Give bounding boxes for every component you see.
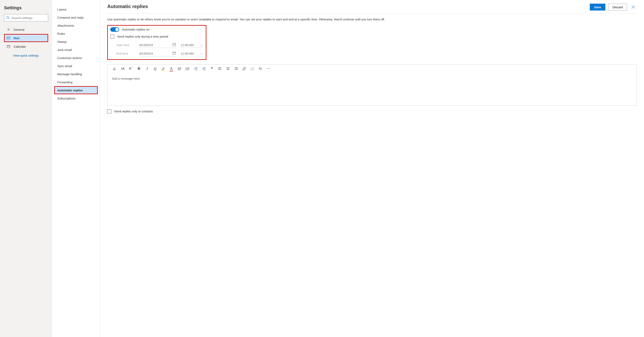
category-label: Calendar [14, 45, 26, 48]
svg-text:3: 3 [186, 69, 186, 70]
end-time-label: End time [116, 52, 134, 55]
header-actions: Save Discard [590, 4, 637, 10]
align-center-icon[interactable] [226, 67, 230, 70]
period-checkbox[interactable] [110, 34, 114, 39]
subnav-rules[interactable]: Rules [54, 29, 98, 38]
start-date-field[interactable]: 6/13/2019 [140, 42, 176, 48]
contacts-checkbox-label: Send replies only to contacts [114, 110, 153, 113]
font-color-icon[interactable]: A [169, 67, 174, 71]
time-period-block: Automatic replies on Send replies only d… [107, 25, 206, 60]
settings-sidebar: Settings General Mail [0, 0, 52, 337]
align-left-icon[interactable] [218, 67, 222, 70]
subnav-layout[interactable]: Layout [54, 5, 98, 13]
mail-subnav: Layout Compose and reply Attachments Rul… [52, 0, 100, 337]
svg-rect-10 [173, 43, 176, 46]
message-editor: AA A◇ B I U A 123 [107, 64, 637, 106]
subnav-junk-email[interactable]: Junk email [54, 46, 98, 54]
editor-toolbar: AA A◇ B I U A 123 [108, 64, 636, 73]
bold-icon[interactable]: B [137, 67, 141, 71]
search-icon [6, 16, 12, 20]
bullet-list-icon[interactable] [178, 67, 182, 70]
italic-icon[interactable]: I [145, 67, 149, 71]
save-button[interactable]: Save [590, 4, 605, 10]
svg-rect-14 [173, 52, 176, 54]
indent-icon[interactable] [202, 67, 206, 70]
start-time-row: Start time 6/13/2019 11:00 AM ⌄ [116, 42, 203, 48]
description-text: Use automatic replies to let others know… [107, 17, 637, 22]
category-calendar[interactable]: Calendar [4, 42, 48, 50]
subnav-sweep[interactable]: Sweep [54, 38, 98, 46]
settings-title: Settings [4, 5, 48, 10]
category-mail[interactable]: Mail [4, 34, 48, 42]
quote-icon[interactable]: ” [210, 66, 214, 71]
period-checkbox-label: Send replies only during a time period [117, 35, 168, 38]
subnav-forwarding[interactable]: Forwarding [54, 78, 98, 86]
main-panel: Automatic replies Save Discard Use autom… [100, 0, 644, 337]
svg-rect-18 [113, 68, 115, 70]
mail-icon [6, 37, 11, 39]
auto-replies-toggle-row: Automatic replies on [110, 27, 203, 32]
chevron-down-icon: ⌄ [200, 52, 203, 55]
subnav-attachments[interactable]: Attachments [54, 21, 98, 29]
numbered-list-icon[interactable]: 123 [186, 67, 190, 70]
svg-rect-4 [7, 45, 10, 48]
search-settings[interactable] [4, 14, 48, 21]
unlink-icon[interactable]: × [250, 67, 254, 71]
font-style-icon[interactable]: A◇ [129, 67, 133, 71]
auto-replies-toggle[interactable] [110, 27, 119, 32]
editor-body[interactable]: Add a message here [108, 73, 636, 105]
subnav-message-handling[interactable]: Message handling [54, 70, 98, 78]
chevron-down-icon: ⌄ [200, 43, 203, 46]
format-painter-icon[interactable] [113, 67, 117, 70]
subnav-sync-email[interactable]: Sync email [54, 62, 98, 70]
subnav-automatic-replies[interactable]: Automatic replies [54, 86, 98, 94]
category-general[interactable]: General [4, 25, 48, 33]
subnav-customize-actions[interactable]: Customize actions [54, 54, 98, 62]
gear-icon [6, 28, 11, 31]
highlight-icon[interactable] [161, 67, 165, 70]
svg-point-2 [8, 29, 9, 30]
align-right-icon[interactable] [234, 67, 238, 70]
end-time-row: End time 6/14/2019 11:00 AM ⌄ [116, 51, 203, 56]
main-header: Automatic replies Save Discard [107, 4, 637, 13]
page-title: Automatic replies [107, 4, 148, 9]
end-date-value: 6/14/2019 [140, 52, 153, 55]
svg-point-22 [178, 68, 178, 69]
svg-point-20 [178, 67, 178, 68]
view-quick-settings-link[interactable]: View quick settings [4, 51, 48, 57]
calendar-icon [6, 45, 11, 48]
auto-replies-toggle-label: Automatic replies on [122, 28, 150, 31]
start-time-field[interactable]: 11:00 AM ⌄ [181, 42, 203, 48]
calendar-icon [172, 51, 176, 55]
outdent-icon[interactable] [194, 67, 198, 70]
category-label: Mail [14, 36, 20, 40]
superscript-icon[interactable]: X2 [258, 67, 262, 70]
end-time-value: 11:00 AM [181, 52, 194, 55]
font-size-icon[interactable]: AA [121, 67, 125, 70]
close-icon[interactable] [630, 4, 637, 10]
underline-icon[interactable]: U [153, 67, 157, 71]
subnav-subscriptions[interactable]: Subscriptions [54, 94, 98, 102]
period-checkbox-row: Send replies only during a time period [110, 34, 203, 39]
end-date-field[interactable]: 6/14/2019 [140, 51, 176, 56]
category-label: General [14, 28, 24, 31]
start-date-value: 6/13/2019 [140, 43, 153, 47]
start-time-value: 11:00 AM [181, 43, 194, 47]
contacts-checkbox[interactable] [107, 109, 111, 113]
start-time-label: Start time [116, 43, 134, 47]
end-time-field[interactable]: 11:00 AM ⌄ [181, 51, 203, 56]
calendar-icon [172, 43, 176, 47]
contacts-checkbox-row: Send replies only to contacts [107, 109, 637, 113]
discard-button[interactable]: Discard [608, 4, 627, 10]
svg-line-1 [8, 18, 9, 19]
time-table: Start time 6/13/2019 11:00 AM ⌄ E [110, 42, 203, 56]
more-options-icon[interactable]: ··· [266, 67, 270, 70]
link-icon[interactable] [242, 67, 246, 70]
svg-point-0 [7, 16, 9, 18]
search-input[interactable] [12, 16, 50, 19]
svg-point-24 [178, 69, 178, 70]
subnav-compose-and-reply[interactable]: Compose and reply [54, 13, 98, 21]
